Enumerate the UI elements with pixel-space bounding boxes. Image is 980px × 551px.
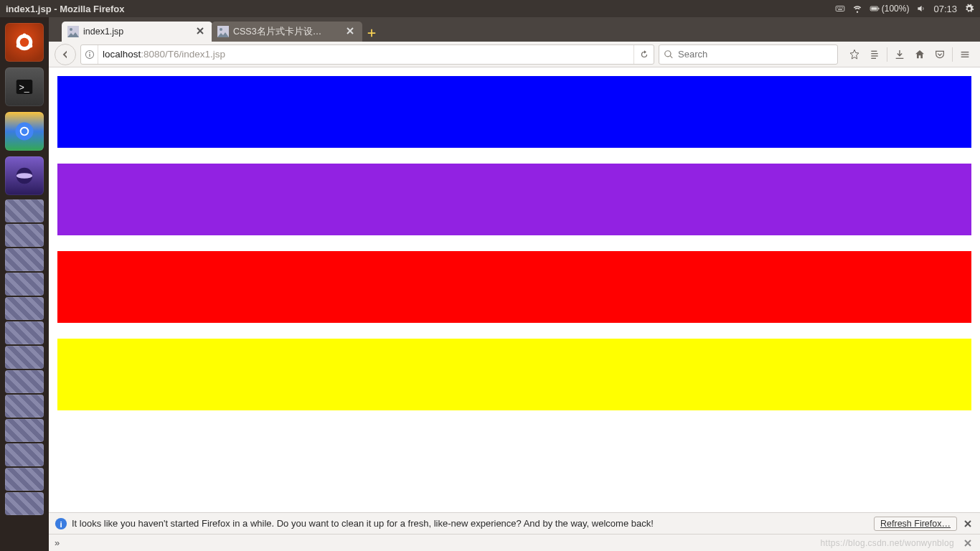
tab-inactive[interactable]: CSS3名片式卡片设… [212,22,362,42]
launcher-overflow [5,198,44,551]
launcher-app-stub[interactable] [5,395,44,418]
svg-point-11 [23,34,27,37]
color-band [57,251,971,323]
svg-rect-30 [871,55,877,56]
svg-rect-8 [878,8,879,9]
tab-active[interactable]: index1.jsp [62,22,212,42]
svg-rect-0 [836,6,844,11]
tab-close-button[interactable] [347,27,357,37]
gear-icon[interactable] [964,4,974,14]
svg-rect-5 [838,9,842,10]
tab-label: index1.jsp [83,27,123,37]
refresh-firefox-button[interactable]: Refresh Firefox… [874,517,957,531]
svg-rect-31 [871,57,876,58]
url-path: :8080/T6/index1.jsp [141,49,225,60]
hamburger-menu-icon[interactable] [956,44,974,65]
unity-launcher[interactable]: >_ [0,17,49,551]
tab-close-button[interactable] [197,27,207,37]
searchbar[interactable] [659,44,838,65]
firefox-window: index1.jsp CSS3名片式卡片设… localhost:8080/T6… [49,17,980,551]
svg-rect-29 [871,53,877,54]
system-menubar: index1.jsp - Mozilla Firefox (100%) 07:1… [0,0,980,17]
svg-rect-28 [871,50,877,51]
svg-rect-7 [871,7,877,10]
svg-point-20 [17,173,33,179]
svg-rect-1 [837,7,838,8]
status-close-icon[interactable] [961,537,974,550]
launcher-terminal[interactable]: >_ [5,67,44,106]
reload-button[interactable] [633,45,654,64]
toolbar-separator [887,47,887,62]
launcher-app-stub[interactable] [5,224,44,247]
wifi-icon[interactable] [852,4,862,14]
launcher-chrome[interactable] [5,112,44,151]
svg-rect-4 [842,7,843,8]
svg-point-13 [17,44,20,48]
addon-status-bar: » https://blog.csdn.net/wonwynblog [49,534,980,551]
overflow-chevrons[interactable]: » [55,537,60,548]
launcher-app-stub[interactable] [5,492,44,515]
keyboard-icon[interactable] [835,4,845,14]
bookmarks-list-icon[interactable] [865,44,884,65]
launcher-app-stub[interactable] [5,468,44,491]
svg-text:>_: >_ [19,83,30,93]
launcher-dash[interactable] [5,23,44,62]
launcher-app-stub[interactable] [5,370,44,393]
svg-rect-34 [961,56,969,57]
svg-rect-33 [961,54,969,55]
tab-label: CSS3名片式卡片设… [233,26,321,38]
window-title: index1.jsp - Mozilla Firefox [6,4,124,14]
toolbar-separator [952,47,953,62]
url-host: localhost [103,49,141,60]
info-bar-close-button[interactable] [961,517,974,530]
info-bar: i It looks like you haven't started Fire… [49,512,980,534]
navbar: localhost:8080/T6/index1.jsp [49,42,980,67]
new-tab-button[interactable] [362,24,382,42]
tabstrip: index1.jsp CSS3名片式卡片设… [49,17,980,42]
volume-icon[interactable] [916,4,926,14]
launcher-app-stub[interactable] [5,321,44,344]
system-indicators[interactable]: (100%) 07:13 [835,4,974,14]
svg-rect-32 [961,52,969,52]
svg-rect-26 [89,53,90,56]
svg-rect-3 [840,7,841,8]
toolbar-icons [842,44,974,65]
back-button[interactable] [55,44,76,65]
info-icon: i [55,517,67,530]
svg-text:i: i [60,519,62,528]
launcher-app-stub[interactable] [5,199,44,222]
color-band [57,76,971,148]
launcher-app-stub[interactable] [5,273,44,296]
clock[interactable]: 07:13 [933,4,957,14]
info-bar-text: It looks like you haven't started Firefo… [72,518,654,529]
urlbar[interactable]: localhost:8080/T6/index1.jsp [80,44,654,65]
battery-indicator[interactable]: (100%) [870,4,910,14]
launcher-app-stub[interactable] [5,297,44,320]
downloads-icon[interactable] [890,44,909,65]
search-input[interactable] [674,49,833,60]
color-band [57,339,971,410]
svg-rect-2 [839,7,839,8]
color-band [57,164,971,235]
battery-percent: (100%) [882,4,910,14]
svg-point-12 [29,44,32,48]
svg-point-24 [220,28,222,31]
launcher-app-stub[interactable] [5,443,44,466]
site-info-icon[interactable] [81,45,98,64]
home-icon[interactable] [910,44,929,65]
launcher-eclipse[interactable] [5,156,44,195]
url-text[interactable]: localhost:8080/T6/index1.jsp [98,49,633,60]
watermark-text: https://blog.csdn.net/wonwynblog [821,538,954,548]
launcher-app-stub[interactable] [5,346,44,369]
favicon-icon [67,26,79,37]
svg-point-22 [70,28,72,31]
search-icon [664,50,674,60]
svg-point-27 [89,52,90,53]
bookmark-star-icon[interactable] [845,44,864,65]
launcher-app-stub[interactable] [5,419,44,442]
pocket-icon[interactable] [930,44,949,65]
favicon-icon [217,26,229,37]
svg-point-10 [20,38,29,47]
page-content [49,67,980,512]
launcher-app-stub[interactable] [5,248,44,271]
